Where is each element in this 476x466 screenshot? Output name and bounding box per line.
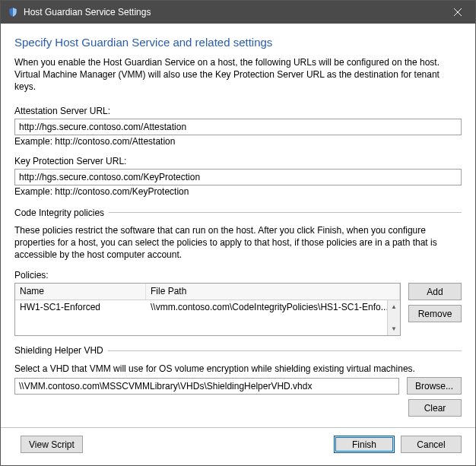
button-bar: View Script Finish Cancel bbox=[1, 427, 475, 461]
divider bbox=[109, 212, 462, 213]
add-button[interactable]: Add bbox=[408, 283, 462, 300]
page-heading: Specify Host Guardian Service and relate… bbox=[14, 36, 462, 49]
dialog-window: Host Guardian Service Settings Specify H… bbox=[0, 0, 476, 466]
scroll-down-icon[interactable]: ▼ bbox=[388, 322, 400, 335]
cell-name: HW1-SC1-Enforced bbox=[15, 300, 146, 315]
vhd-path-input[interactable] bbox=[14, 378, 399, 395]
title-bar: Host Guardian Service Settings bbox=[1, 1, 475, 24]
vhd-group-label: Shielding Helper VHD bbox=[14, 345, 462, 356]
ci-description: These policies restrict the software tha… bbox=[14, 224, 462, 262]
col-path[interactable]: File Path bbox=[146, 284, 400, 300]
keyprotection-label: Key Protection Server URL: bbox=[14, 156, 462, 166]
col-name[interactable]: Name bbox=[15, 284, 146, 300]
browse-button[interactable]: Browse... bbox=[407, 377, 462, 395]
shield-icon bbox=[7, 6, 19, 18]
table-header: Name File Path bbox=[15, 284, 400, 300]
ci-group-label: Code Integrity policies bbox=[14, 208, 462, 218]
clear-button[interactable]: Clear bbox=[408, 399, 462, 417]
vhd-group-text: Shielding Helper VHD bbox=[14, 345, 103, 356]
intro-text: When you enable the Host Guardian Servic… bbox=[14, 56, 462, 94]
divider bbox=[108, 350, 462, 351]
scroll-up-icon[interactable]: ▲ bbox=[388, 300, 400, 313]
cell-path: \\vmm.contoso.com\CodeIntegrityPolicies\… bbox=[146, 300, 400, 315]
remove-button[interactable]: Remove bbox=[408, 305, 462, 322]
ci-group-text: Code Integrity policies bbox=[14, 208, 104, 218]
finish-button[interactable]: Finish bbox=[334, 436, 395, 453]
dialog-body: Specify Host Guardian Service and relate… bbox=[1, 24, 475, 465]
keyprotection-hint: Example: http://contoso.com/KeyProtectio… bbox=[14, 186, 462, 197]
window-title: Host Guardian Service Settings bbox=[24, 7, 440, 17]
attestation-hint: Example: http://contoso.com/Attestation bbox=[14, 136, 462, 147]
close-button[interactable] bbox=[440, 1, 475, 24]
table-scrollbar[interactable]: ▲ ▼ bbox=[387, 300, 400, 335]
cancel-button[interactable]: Cancel bbox=[401, 436, 462, 453]
attestation-label: Attestation Server URL: bbox=[14, 106, 462, 116]
vhd-description: Select a VHD that VMM will use for OS vo… bbox=[14, 363, 462, 374]
policies-table[interactable]: Name File Path HW1-SC1-Enforced \\vmm.co… bbox=[14, 283, 401, 336]
keyprotection-url-input[interactable] bbox=[14, 169, 462, 185]
table-row[interactable]: HW1-SC1-Enforced \\vmm.contoso.com\CodeI… bbox=[15, 300, 400, 315]
view-script-button[interactable]: View Script bbox=[21, 436, 83, 453]
attestation-url-input[interactable] bbox=[14, 119, 462, 135]
policies-label: Policies: bbox=[14, 270, 462, 281]
